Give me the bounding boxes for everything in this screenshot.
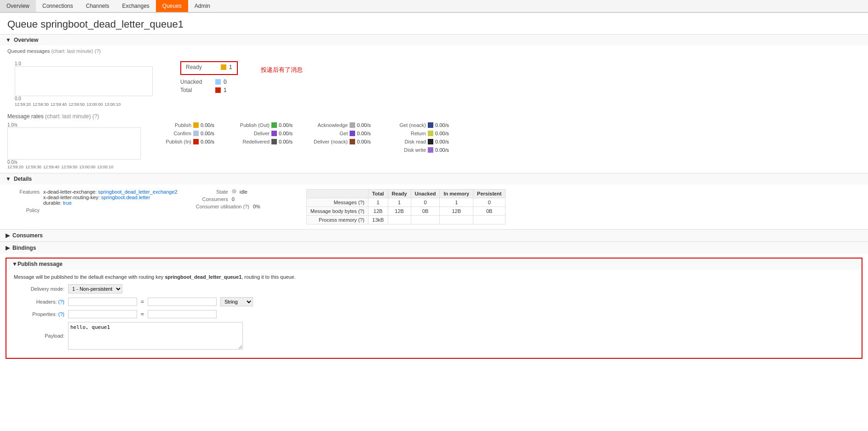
properties-value-input[interactable]: [148, 310, 217, 318]
stats-header-row: Total Ready Unacked In memory Persistent: [306, 190, 506, 198]
rates-columns: Publish 0.00/s Confirm 0.00/s Publish (I…: [155, 122, 861, 155]
consumers-row: Consumers 0: [196, 196, 288, 202]
queued-messages-content: 1.0 0.0 12:59:20 12:59:30 12:59:40 12:59…: [7, 57, 861, 109]
process-memory-label: Process memory (?): [306, 216, 368, 224]
publish-color: [193, 122, 199, 128]
state-row: State idle: [196, 189, 288, 195]
annotation-text: 投递后有了消息: [261, 66, 303, 74]
details-header[interactable]: ▼ Details: [0, 173, 868, 184]
nav-bar: Overview Connections Channels Exchanges …: [0, 0, 868, 13]
rates-chart-box: [7, 127, 141, 160]
features-row: Features x-dead-letter-exchange: springb…: [7, 189, 178, 206]
rate-col-1: Publish 0.00/s Confirm 0.00/s Publish (I…: [155, 122, 224, 155]
ready-row: Ready 1: [186, 64, 232, 70]
stats-messages-row: Messages (?) 1 1 0 1 0: [306, 198, 506, 207]
details-arrow: ▼: [6, 176, 11, 182]
details-section: ▼ Details Features x-dead-letter-exchang…: [0, 173, 868, 229]
messages-inmemory: 1: [440, 198, 473, 207]
body-bytes-ready: 12B: [388, 207, 411, 216]
dead-letter-exchange-link[interactable]: springboot_dead_letter_exchange2: [98, 189, 177, 195]
message-rates-area: Message rates (chart: last minute) (?) 1…: [0, 109, 868, 173]
chart-x-labels: 12:59:20 12:59:30 12:59:40 12:59:50 13:0…: [15, 102, 162, 107]
consumer-utilisation-row: Consumer utilisation (?) 0%: [196, 204, 288, 209]
unacked-row: Unacked 0: [180, 79, 238, 85]
rate-disk-write: Disk write 0.00/s: [389, 147, 458, 153]
body-bytes-total: 12B: [368, 207, 388, 216]
publish-message-label: Publish message: [17, 261, 63, 267]
delivery-mode-label: Delivery mode:: [14, 286, 64, 292]
consumers-key: Consumers: [196, 196, 228, 202]
publish-message-header[interactable]: ▼ Publish message: [6, 259, 862, 270]
consumers-label: Consumers: [12, 232, 43, 239]
nav-overview[interactable]: Overview: [0, 0, 36, 12]
deliver-color: [271, 131, 277, 136]
messages-ready: 1: [388, 198, 411, 207]
redelivered-color: [271, 139, 277, 144]
rate-acknowledge: Acknowledge 0.00/s: [311, 122, 380, 128]
stats-empty-header: [306, 190, 368, 198]
features-group: Features x-dead-letter-exchange: springb…: [7, 189, 178, 215]
rate-publish-in: Publish (In) 0.00/s: [155, 139, 224, 144]
headers-value-input[interactable]: [148, 298, 217, 306]
nav-connections[interactable]: Connections: [36, 0, 80, 12]
get-noack-color: [428, 122, 433, 128]
overview-label: Overview: [14, 37, 38, 43]
rates-label: Message rates (chart: last minute) (?): [7, 113, 861, 120]
rates-y-top: 1.0/s: [7, 122, 145, 127]
chart-y-top: 1.0: [15, 61, 162, 66]
body-bytes-persistent: 0B: [473, 207, 506, 216]
publish-info: Message will be published to the default…: [14, 274, 854, 280]
payload-row: Payload:: [14, 322, 854, 350]
delivery-mode-select[interactable]: 1 - Non-persistent 2 - Persistent: [68, 284, 122, 293]
bindings-arrow: ▶: [6, 245, 10, 251]
nav-exchanges[interactable]: Exchanges: [115, 0, 155, 12]
publish-arrow: ▼: [12, 261, 17, 267]
consumers-section: ▶ Consumers: [0, 229, 868, 241]
stats-body-bytes-row: Message body bytes (?) 12B 12B 0B 12B 0B: [306, 207, 506, 216]
stats-unacked-header: Unacked: [411, 190, 440, 198]
total-value: 1: [224, 87, 227, 93]
messages-persistent: 0: [473, 198, 506, 207]
overview-header[interactable]: ▼ Overview: [0, 34, 868, 46]
durable-link[interactable]: true: [63, 200, 72, 206]
state-val: idle: [232, 189, 247, 195]
queued-messages-area: Queued messages (chart: last minute) (?)…: [0, 46, 868, 109]
stats-persistent-header: Persistent: [473, 190, 506, 198]
payload-textarea[interactable]: [68, 322, 243, 350]
return-color: [428, 131, 433, 136]
dead-letter-routing-link[interactable]: springboot.dead.letter: [101, 195, 150, 200]
rate-get: Get 0.00/s: [311, 131, 380, 136]
consumers-header[interactable]: ▶ Consumers: [0, 230, 868, 241]
routing-key-bold: springboot_dead_letter_queue1: [165, 274, 241, 280]
total-label: Total: [180, 87, 213, 93]
nav-admin[interactable]: Admin: [188, 0, 217, 12]
ready-value: 1: [229, 64, 232, 70]
messages-total: 1: [368, 198, 388, 207]
acknowledge-color: [350, 122, 355, 128]
rates-row: 1.0/s 0.0/s 12:59:20 12:59:30 12:59:40 1…: [7, 122, 861, 169]
rate-col-4: Get (noack) 0.00/s Return 0.00/s Disk re…: [389, 122, 458, 155]
publish-in-color: [193, 139, 199, 144]
total-color: [215, 87, 221, 93]
headers-type-select[interactable]: String Number Boolean: [220, 297, 253, 306]
body-bytes-label: Message body bytes (?): [306, 207, 368, 216]
nav-channels[interactable]: Channels: [80, 0, 116, 12]
details-inner: Features x-dead-letter-exchange: springb…: [7, 189, 861, 224]
bindings-section: ▶ Bindings: [0, 241, 868, 254]
rates-x-labels: 12:59:20 12:59:30 12:59:40 12:59:50 13:0…: [7, 165, 145, 169]
details-label: Details: [14, 176, 32, 182]
queued-chart-box: [15, 66, 153, 96]
rate-publish-out: Publish (Out) 0.00/s: [233, 122, 302, 128]
rate-col-3: Acknowledge 0.00/s Get 0.00/s Deliver (n…: [311, 122, 380, 155]
headers-key-input[interactable]: [68, 298, 137, 306]
stats-table: Total Ready Unacked In memory Persistent…: [306, 189, 506, 224]
publish-content: Message will be published to the default…: [6, 270, 862, 358]
properties-eq-sign: =: [141, 311, 144, 317]
details-content: Features x-dead-letter-exchange: springb…: [0, 184, 868, 229]
delivery-mode-row: Delivery mode: 1 - Non-persistent 2 - Pe…: [14, 284, 854, 293]
consumer-utilisation-key: Consumer utilisation (?): [196, 204, 249, 209]
bindings-header[interactable]: ▶ Bindings: [0, 242, 868, 254]
nav-queues[interactable]: Queues: [156, 0, 188, 12]
properties-key-input[interactable]: [68, 310, 137, 318]
state-key: State: [196, 189, 228, 195]
